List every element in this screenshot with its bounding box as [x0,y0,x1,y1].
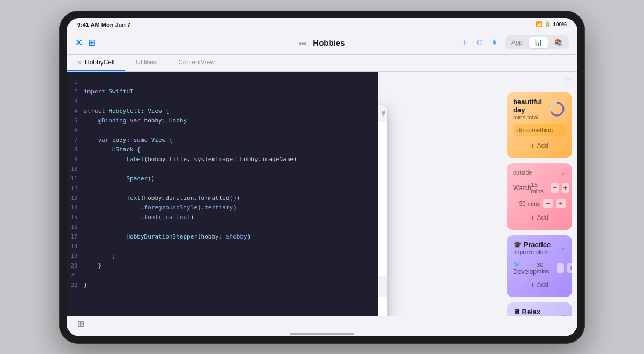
mic-icon[interactable]: 🎙 [380,110,387,117]
practice-card: 🎓 Practice Improve skills ⌄ 🐦 Develop 30… [507,235,572,297]
outside-add-button[interactable]: + Add [513,211,566,225]
hobby-app-content: ♡ beautiful day mins total [378,72,577,316]
outside-duration2: 30 mins [519,200,540,207]
heart-button[interactable]: ♡ [564,76,572,88]
outside-row2: 30 mins − + [513,197,566,211]
tab-hobbycell-label: HobbyCell [85,59,114,66]
create-card-title: beautiful day [513,98,548,114]
outside-subtitle: outside [513,169,532,176]
lib-tab-shapes[interactable]: ⊕ [378,126,383,141]
develop-plus-button[interactable]: + [567,263,575,273]
practice-add-button[interactable]: + Add [513,278,566,292]
emoji-button[interactable]: ☺ [475,37,484,48]
create-card-subtitle: mins total [513,114,548,120]
practice-card-header: 🎓 Practice Improve skills ⌄ [513,241,566,255]
tab-contentview[interactable]: ContentView [167,55,225,71]
progress-ring [548,100,566,118]
tab-close-icon[interactable]: ✕ [77,60,82,66]
wifi-icon: 📶 [536,21,542,27]
lib-item-label[interactable]: Label Label [378,297,387,316]
relax-card-header: 🖥 Relax Zone out ⌄ [513,308,566,316]
develop-label: 🐦 Develop [513,261,537,276]
relax-chevron-icon[interactable]: ⌄ [560,311,566,316]
library-search-bar: 🔍 🎙 [378,105,387,122]
code-line-20: 20 } [67,261,378,271]
develop-minus-button[interactable]: − [557,263,564,273]
lib-item-button[interactable]: ⊡ Button [378,154,387,174]
watch-row: Watch 15 mins − + [513,179,566,197]
main-content: 1 2 import SwiftUI 3 4 struct HobbyCell:… [67,72,577,316]
lib-item-form[interactable]: ≡ Form [378,256,387,276]
tab-library[interactable]: 📚 [549,37,568,48]
code-line-12: 12 [67,184,378,193]
app-content-toolbar: ♡ [507,74,572,92]
code-line-2: 2 import SwiftUI [67,87,378,97]
battery-text: 100% [553,21,567,27]
watch-label: Watch [513,184,531,192]
code-line-11: 11 Spacer() [67,174,378,184]
sidebar-toggle-button[interactable]: ⊞ [88,37,96,48]
tab-hobbycell[interactable]: ✕ HobbyCell [67,55,125,71]
status-right: 📶 🔋 100% [536,21,567,27]
status-bar: 9:41 AM Mon Jun 7 📶 🔋 100% [67,18,577,31]
lib-item-edit-button[interactable]: ✏ Edit Button [378,235,387,256]
practice-title: 🎓 Practice [513,241,551,249]
tab-app[interactable]: App [506,37,528,48]
lib-item-color-picker[interactable]: ✏ Color Picker [378,174,387,194]
library-panel[interactable]: 🔍 🎙 ⊡ ≡ ⊞ ◎ ⊕ Controls [378,105,387,316]
code-line-13: 13 Text(hobby.duration.formatted()) [67,193,378,203]
code-line-3: 3 [67,97,378,106]
bottom-sidebar-icon[interactable]: ⊞ [77,319,84,329]
tab-chart[interactable]: 📊 [529,37,548,48]
lib-item-group-box[interactable]: ⊟ Group Box [378,276,387,297]
controls-section-label: Controls [378,144,387,154]
outside-card: outside ⌄ Watch 15 mins − + [507,163,572,230]
outside-chevron-icon[interactable]: ⌄ [560,169,566,176]
watch-duration: 15 mins [531,182,548,194]
close-button[interactable]: ✕ [75,37,83,48]
code-editor[interactable]: 1 2 import SwiftUI 3 4 struct HobbyCell:… [67,72,378,316]
code-line-8: 8 HStack { [67,145,378,155]
create-card: beautiful day mins total do [507,92,572,158]
code-line-22: 22 } [67,280,378,290]
create-card-header: beautiful day mins total [513,98,566,120]
code-line-16: 16 [67,222,378,232]
practice-chevron-icon[interactable]: ⌄ [560,244,566,251]
lib-item-disclosure-group[interactable]: ⊞ Disclosure Group [378,215,387,235]
toolbar-right: + ☺ ⌖ App 📊 📚 [408,35,569,49]
tab-utilities[interactable]: Utilities [125,55,167,71]
add-button[interactable]: + [462,37,467,48]
file-tabs: ✕ HobbyCell Utilities ContentView [67,55,577,72]
code-line-7: 7 var body: some View { [67,135,378,145]
develop-duration: 30 mins [537,262,553,274]
document-title: Hobbies [313,38,345,47]
status-time: 9:41 AM Mon Jun 7 [77,21,130,28]
lib-item-date-picker[interactable]: 📅 Date Picker [378,194,387,215]
develop-stepper: 30 mins − + [537,262,575,274]
cursor-button[interactable]: ⌖ [492,37,497,48]
code-line-21: 21 [67,271,378,280]
toolbar-left: ✕ ⊞ [75,37,236,48]
view-tabs: App 📊 📚 [505,35,569,49]
outside-card-header: outside ⌄ [513,169,566,176]
library-category-tabs: ⊡ ≡ ⊞ ◎ ⊕ [378,122,387,144]
create-add-button[interactable]: + Add [513,139,566,153]
practice-subtitle: Improve skills [513,249,551,255]
battery-icon: 🔋 [544,21,551,27]
watch-plus-button[interactable]: + [562,183,569,193]
code-line-9: 9 Label(hobby.title, systemImage: hobby.… [67,155,378,164]
tab-utilities-label: Utilities [136,59,157,66]
code-line-14: 14 .foregroundStyle(.tertiary) [67,203,378,213]
code-line-10: 10 [67,164,378,174]
ipad-frame: 9:41 AM Mon Jun 7 📶 🔋 100% ✕ ⊞ ••• Hobbi… [59,11,585,344]
toolbar-title: ••• Hobbies [242,38,402,47]
outside-stepper2: 30 mins − + [519,199,566,208]
create-add-label: Add [537,142,548,149]
bottom-bar: ⊞ [67,316,577,331]
watch-minus-button[interactable]: − [551,183,558,193]
outside-minus2-button[interactable]: − [543,199,553,208]
main-toolbar: ✕ ⊞ ••• Hobbies + ☺ ⌖ App 📊 📚 [67,31,577,55]
home-indicator [290,333,354,335]
title-dots: ••• [299,39,307,47]
outside-plus2-button[interactable]: + [556,199,566,208]
